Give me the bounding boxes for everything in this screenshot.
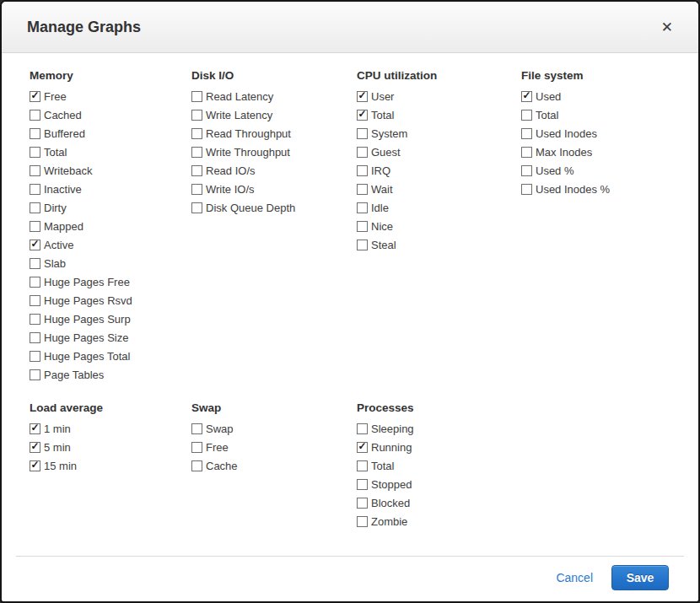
checkbox-item-used-inodes[interactable]: ✓ Used Inodes %: [521, 180, 698, 198]
checkbox-zombie[interactable]: ✓: [357, 516, 368, 527]
checkbox-item-page-tables[interactable]: ✓ Page Tables: [30, 365, 191, 384]
checkbox-running[interactable]: ✓: [357, 442, 368, 453]
checkbox-item-used[interactable]: ✓ Used %: [521, 161, 698, 180]
checkbox-item-user[interactable]: ✓ User: [357, 87, 521, 105]
checkbox-active[interactable]: ✓: [30, 240, 40, 250]
checkbox-item-dirty[interactable]: ✓ Dirty: [30, 198, 191, 217]
checkbox-used[interactable]: ✓: [521, 165, 532, 176]
checkbox-swap[interactable]: ✓: [191, 423, 202, 434]
checkbox-item-buffered[interactable]: ✓ Buffered: [30, 124, 191, 143]
checkbox-item-inactive[interactable]: ✓ Inactive: [30, 180, 191, 198]
checkbox-item-free[interactable]: ✓ Free: [191, 438, 357, 456]
checkbox-cached[interactable]: ✓: [30, 110, 40, 121]
checkbox-total[interactable]: ✓: [30, 147, 40, 158]
checkbox-huge-pages-size[interactable]: ✓: [30, 332, 40, 343]
checkbox-item-guest[interactable]: ✓ Guest: [357, 143, 521, 161]
checkbox-item-15-min[interactable]: ✓ 15 min: [30, 456, 191, 475]
checkbox-idle[interactable]: ✓: [357, 202, 368, 213]
checkbox-inactive[interactable]: ✓: [30, 184, 40, 195]
checkbox-write-io-s[interactable]: ✓: [191, 184, 202, 195]
checkbox-buffered[interactable]: ✓: [30, 128, 40, 139]
checkbox-steal[interactable]: ✓: [357, 240, 368, 250]
checkbox-item-max-inodes[interactable]: ✓ Max Inodes: [521, 143, 698, 161]
checkbox-item-used[interactable]: ✓ Used: [521, 87, 698, 105]
checkbox-item-system[interactable]: ✓ System: [357, 124, 521, 143]
checkbox-mapped[interactable]: ✓: [30, 221, 40, 232]
checkbox-item-zombie[interactable]: ✓ Zombie: [357, 512, 521, 530]
close-button[interactable]: ✕: [658, 19, 676, 36]
checkbox-item-read-throughput[interactable]: ✓ Read Throughput: [191, 124, 357, 143]
checkbox-item-total[interactable]: ✓ Total: [357, 456, 521, 475]
checkbox-user[interactable]: ✓: [357, 91, 368, 102]
checkbox-page-tables[interactable]: ✓: [30, 369, 40, 380]
checkbox-item-total[interactable]: ✓ Total: [30, 143, 191, 161]
checkbox-item-mapped[interactable]: ✓ Mapped: [30, 217, 191, 235]
checkbox-item-huge-pages-free[interactable]: ✓ Huge Pages Free: [30, 272, 191, 291]
checkbox-total[interactable]: ✓: [357, 460, 368, 471]
checkbox-disk-queue-depth[interactable]: ✓: [191, 202, 202, 213]
checkbox-used-inodes[interactable]: ✓: [521, 184, 532, 195]
checkbox-item-cache[interactable]: ✓ Cache: [191, 456, 357, 475]
checkbox-wait[interactable]: ✓: [357, 184, 368, 195]
checkbox-item-5-min[interactable]: ✓ 5 min: [30, 438, 191, 456]
checkbox-stopped[interactable]: ✓: [357, 479, 368, 490]
checkbox-read-io-s[interactable]: ✓: [191, 165, 202, 176]
checkbox-item-1-min[interactable]: ✓ 1 min: [30, 419, 191, 438]
checkbox-nice[interactable]: ✓: [357, 221, 368, 232]
checkbox-irq[interactable]: ✓: [357, 165, 368, 176]
checkbox-item-free[interactable]: ✓ Free: [30, 87, 191, 105]
checkbox-item-active[interactable]: ✓ Active: [30, 235, 191, 254]
checkbox-item-writeback[interactable]: ✓ Writeback: [30, 161, 191, 180]
checkbox-blocked[interactable]: ✓: [357, 498, 368, 509]
checkbox-item-stopped[interactable]: ✓ Stopped: [357, 475, 521, 493]
checkbox-guest[interactable]: ✓: [357, 147, 368, 158]
checkbox-item-huge-pages-rsvd[interactable]: ✓ Huge Pages Rsvd: [30, 291, 191, 310]
checkbox-item-irq[interactable]: ✓ IRQ: [357, 161, 521, 180]
checkbox-item-huge-pages-total[interactable]: ✓ Huge Pages Total: [30, 347, 191, 365]
checkbox-max-inodes[interactable]: ✓: [521, 147, 532, 158]
checkbox-item-used-inodes[interactable]: ✓ Used Inodes: [521, 124, 698, 143]
checkbox-writeback[interactable]: ✓: [30, 165, 40, 176]
checkbox-used-inodes[interactable]: ✓: [521, 128, 532, 139]
checkbox-item-slab[interactable]: ✓ Slab: [30, 254, 191, 272]
checkbox-system[interactable]: ✓: [357, 128, 368, 139]
checkbox-item-total[interactable]: ✓ Total: [357, 105, 521, 124]
checkbox-sleeping[interactable]: ✓: [357, 423, 368, 434]
checkbox-item-sleeping[interactable]: ✓ Sleeping: [357, 419, 521, 438]
save-button[interactable]: Save: [611, 565, 669, 590]
checkbox-item-total[interactable]: ✓ Total: [521, 105, 698, 124]
checkbox-write-latency[interactable]: ✓: [191, 110, 202, 121]
checkbox-huge-pages-rsvd[interactable]: ✓: [30, 295, 40, 306]
checkbox-item-read-io-s[interactable]: ✓ Read IO/s: [191, 161, 357, 180]
checkbox-item-nice[interactable]: ✓ Nice: [357, 217, 521, 235]
checkbox-huge-pages-free[interactable]: ✓: [30, 277, 40, 288]
checkbox-write-throughput[interactable]: ✓: [191, 147, 202, 158]
checkbox-total[interactable]: ✓: [357, 110, 368, 121]
checkbox-item-steal[interactable]: ✓ Steal: [357, 235, 521, 254]
checkbox-item-write-latency[interactable]: ✓ Write Latency: [191, 105, 357, 124]
checkbox-item-swap[interactable]: ✓ Swap: [191, 419, 357, 438]
checkbox-slab[interactable]: ✓: [30, 258, 40, 269]
checkbox-5-min[interactable]: ✓: [30, 442, 40, 453]
checkbox-read-latency[interactable]: ✓: [191, 91, 202, 102]
checkbox-item-huge-pages-surp[interactable]: ✓ Huge Pages Surp: [30, 310, 191, 328]
checkbox-free[interactable]: ✓: [30, 91, 40, 102]
checkbox-item-write-io-s[interactable]: ✓ Write IO/s: [191, 180, 357, 198]
checkbox-read-throughput[interactable]: ✓: [191, 128, 202, 139]
checkbox-total[interactable]: ✓: [521, 110, 532, 121]
checkbox-item-cached[interactable]: ✓ Cached: [30, 105, 191, 124]
checkbox-item-huge-pages-size[interactable]: ✓ Huge Pages Size: [30, 328, 191, 347]
checkbox-huge-pages-surp[interactable]: ✓: [30, 314, 40, 325]
checkbox-huge-pages-total[interactable]: ✓: [30, 351, 40, 362]
checkbox-item-idle[interactable]: ✓ Idle: [357, 198, 521, 217]
checkbox-item-disk-queue-depth[interactable]: ✓ Disk Queue Depth: [191, 198, 357, 217]
checkbox-dirty[interactable]: ✓: [30, 202, 40, 213]
checkbox-item-blocked[interactable]: ✓ Blocked: [357, 493, 521, 512]
checkbox-item-read-latency[interactable]: ✓ Read Latency: [191, 87, 357, 105]
checkbox-item-write-throughput[interactable]: ✓ Write Throughput: [191, 143, 357, 161]
checkbox-item-wait[interactable]: ✓ Wait: [357, 180, 521, 198]
checkbox-free[interactable]: ✓: [191, 442, 202, 453]
cancel-link[interactable]: Cancel: [556, 571, 593, 584]
checkbox-cache[interactable]: ✓: [191, 460, 202, 471]
checkbox-15-min[interactable]: ✓: [30, 460, 40, 471]
